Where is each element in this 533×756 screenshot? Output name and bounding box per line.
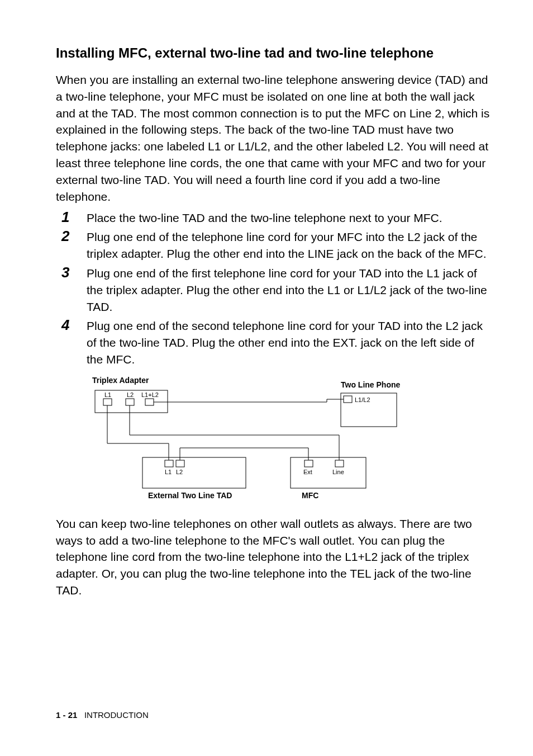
svg-rect-8 — [145, 399, 154, 405]
step-list: 1 Place the two-line TAD and the two-lin… — [56, 210, 491, 368]
svg-rect-14 — [142, 457, 246, 488]
svg-text:L2: L2 — [176, 469, 183, 475]
svg-text:Ext: Ext — [303, 469, 312, 475]
external-tad-box: L1 L2 — [142, 457, 246, 488]
svg-rect-2 — [103, 399, 112, 405]
step-number: 2 — [56, 229, 87, 244]
list-item: 3 Plug one end of the first telephone li… — [56, 265, 491, 315]
svg-text:L1: L1 — [165, 469, 172, 475]
section-heading: Installing MFC, external two-line tad an… — [56, 45, 491, 62]
intro-paragraph: When you are installing an external two-… — [56, 72, 491, 205]
svg-text:Line: Line — [332, 469, 344, 475]
svg-text:L2: L2 — [127, 391, 134, 398]
footer-page-number: 1 - 21 — [56, 710, 77, 720]
diagram-label-tad: External Two Line TAD — [148, 491, 232, 500]
svg-rect-21 — [291, 457, 366, 488]
triplex-adapter-box: L1 L2 L1+L2 — [95, 390, 168, 413]
svg-rect-11 — [344, 396, 352, 403]
step-text: Plug one end of the telephone line cord … — [87, 229, 491, 262]
svg-rect-5 — [126, 399, 134, 405]
step-number: 1 — [56, 210, 87, 225]
step-number: 3 — [56, 265, 87, 280]
mfc-box: Ext Line — [291, 457, 366, 488]
svg-rect-22 — [304, 460, 313, 467]
diagram-label-triplex: Triplex Adapter — [92, 376, 149, 385]
list-item: 2 Plug one end of the telephone line cor… — [56, 229, 491, 262]
step-text: Plug one end of the first telephone line… — [87, 265, 491, 315]
svg-rect-24 — [335, 460, 344, 467]
step-number: 4 — [56, 318, 87, 333]
svg-rect-17 — [176, 460, 184, 467]
svg-text:L1+L2: L1+L2 — [141, 391, 159, 398]
step-text: Plug one end of the second telephone lin… — [87, 318, 491, 367]
connection-wires — [107, 399, 341, 457]
outro-paragraph: You can keep two-line telephones on othe… — [56, 516, 491, 599]
svg-text:L1/L2: L1/L2 — [355, 396, 370, 403]
list-item: 4 Plug one end of the second telephone l… — [56, 318, 491, 367]
svg-text:L1: L1 — [104, 391, 111, 398]
step-text: Place the two-line TAD and the two-line … — [87, 210, 491, 226]
two-line-phone-box: L1/L2 — [341, 393, 397, 427]
list-item: 1 Place the two-line TAD and the two-lin… — [56, 210, 491, 226]
diagram-label-mfc: MFC — [302, 491, 318, 500]
wiring-diagram: Triplex Adapter Two Line Phone External … — [92, 376, 491, 504]
footer-section-name: INTRODUCTION — [84, 710, 149, 720]
diagram-label-twolinephone: Two Line Phone — [341, 380, 401, 389]
page-footer: 1 - 21 INTRODUCTION — [56, 710, 149, 720]
svg-rect-15 — [165, 460, 173, 467]
